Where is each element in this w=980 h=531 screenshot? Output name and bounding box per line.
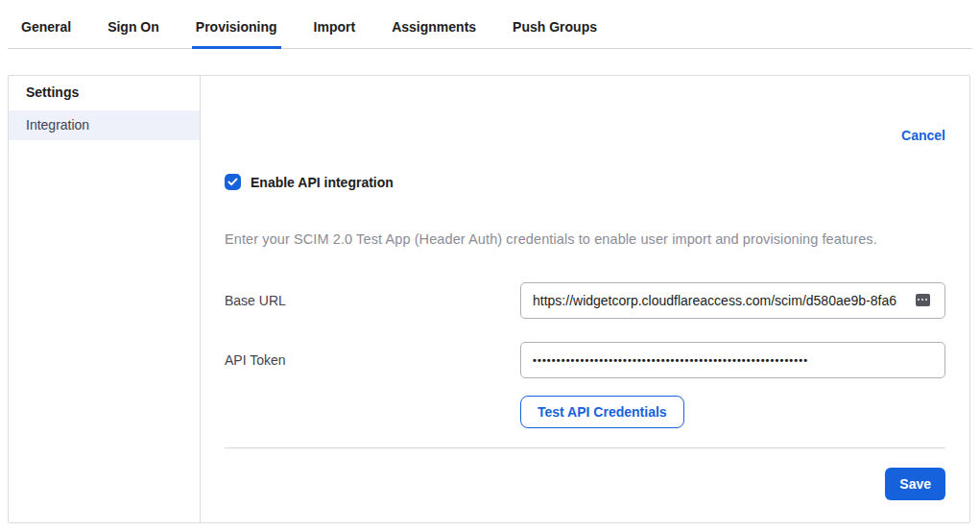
app-tab-bar: General Sign On Provisioning Import Assi… bbox=[0, 0, 980, 49]
base-url-input[interactable] bbox=[520, 282, 945, 319]
tab-sign-on[interactable]: Sign On bbox=[104, 19, 163, 49]
tab-assignments[interactable]: Assignments bbox=[388, 19, 480, 49]
enable-api-checkbox[interactable] bbox=[225, 174, 241, 190]
api-token-input-wrap bbox=[520, 342, 945, 378]
tab-import[interactable]: Import bbox=[310, 19, 360, 49]
base-url-input-wrap bbox=[520, 282, 945, 319]
tab-general[interactable]: General bbox=[17, 19, 75, 49]
tab-push-groups[interactable]: Push Groups bbox=[509, 19, 601, 49]
test-api-credentials-button[interactable]: Test API Credentials bbox=[520, 396, 684, 428]
tab-provisioning[interactable]: Provisioning bbox=[192, 19, 281, 49]
test-credentials-row: Test API Credentials bbox=[225, 396, 945, 428]
footer-divider bbox=[225, 447, 945, 448]
cancel-button[interactable]: Cancel bbox=[901, 128, 945, 143]
text-overflow-indicator bbox=[916, 294, 930, 306]
sidebar-item-integration[interactable]: Integration bbox=[9, 110, 200, 140]
save-row: Save bbox=[225, 468, 945, 500]
save-button[interactable]: Save bbox=[885, 468, 945, 500]
api-token-input[interactable] bbox=[520, 342, 945, 378]
sidebar-heading: Settings bbox=[9, 76, 200, 110]
base-url-row: Base URL bbox=[225, 282, 945, 319]
form-header-row: Cancel bbox=[225, 76, 945, 143]
settings-sidebar: Settings Integration bbox=[9, 76, 201, 522]
enable-api-row: Enable API integration bbox=[225, 174, 945, 190]
api-token-label: API Token bbox=[225, 342, 520, 378]
enable-api-label[interactable]: Enable API integration bbox=[251, 175, 394, 190]
api-token-row: API Token bbox=[225, 342, 945, 378]
credentials-description: Enter your SCIM 2.0 Test App (Header Aut… bbox=[225, 231, 945, 247]
provisioning-panel: Settings Integration Cancel Enable API i… bbox=[8, 75, 970, 523]
integration-settings-form: Cancel Enable API integration Enter your… bbox=[201, 76, 969, 522]
base-url-label: Base URL bbox=[225, 282, 520, 319]
check-icon bbox=[227, 178, 238, 186]
